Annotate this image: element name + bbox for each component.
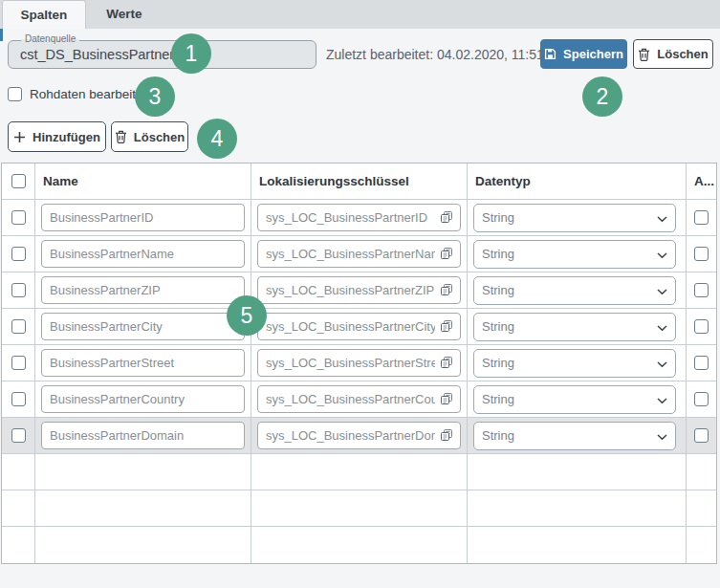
localization-key-input[interactable] bbox=[257, 240, 461, 268]
datatype-cell: String bbox=[468, 418, 687, 454]
annotation-badge-1: 1 bbox=[171, 33, 211, 74]
name-cell bbox=[35, 381, 251, 418]
toolbar-delete-label: Löschen bbox=[134, 130, 185, 144]
attribute-cell bbox=[687, 345, 716, 381]
attribute-checkbox[interactable] bbox=[694, 319, 709, 334]
localization-key-input[interactable] bbox=[257, 204, 461, 231]
tab-spalten-label: Spalten bbox=[21, 8, 68, 22]
translate-pages-icon[interactable] bbox=[441, 246, 452, 263]
tab-werte-label: Werte bbox=[106, 7, 142, 21]
active-tab-accent bbox=[0, 29, 3, 41]
header-name: Name bbox=[35, 163, 251, 200]
empty-cell bbox=[2, 490, 35, 527]
attribute-checkbox[interactable] bbox=[694, 428, 709, 443]
row-checkbox[interactable] bbox=[11, 247, 26, 261]
translate-pages-icon[interactable] bbox=[441, 391, 452, 408]
datasource-field: Datenquelle cst_DS_BusinessPartner bbox=[8, 40, 316, 69]
column-name-input[interactable] bbox=[41, 349, 245, 377]
localization-key-input[interactable] bbox=[257, 385, 461, 413]
column-name-input[interactable] bbox=[41, 385, 245, 413]
column-name-input[interactable] bbox=[41, 313, 245, 340]
table-row: String bbox=[2, 309, 716, 345]
datatype-cell: String bbox=[468, 272, 687, 309]
empty-table-row bbox=[2, 454, 716, 490]
datatype-cell: String bbox=[468, 236, 687, 272]
attribute-checkbox[interactable] bbox=[694, 392, 709, 406]
empty-cell bbox=[251, 527, 468, 563]
trash-icon bbox=[638, 48, 650, 61]
save-button-label: Speichern bbox=[563, 47, 623, 61]
row-checkbox[interactable] bbox=[11, 210, 26, 225]
column-name-input[interactable] bbox=[41, 422, 245, 449]
empty-cell bbox=[687, 527, 716, 563]
datatype-select[interactable]: String bbox=[473, 276, 676, 305]
translate-pages-icon[interactable] bbox=[441, 427, 452, 445]
translate-pages-icon[interactable] bbox=[441, 282, 452, 299]
add-column-button[interactable]: Hinzufügen bbox=[8, 121, 106, 152]
column-name-input[interactable] bbox=[41, 204, 245, 231]
column-name-input[interactable] bbox=[41, 240, 245, 268]
datatype-select[interactable]: String bbox=[473, 349, 676, 378]
datatype-cell: String bbox=[468, 200, 687, 236]
delete-button-label: Löschen bbox=[657, 47, 708, 61]
localization-key-input[interactable] bbox=[257, 422, 461, 449]
name-cell bbox=[35, 272, 251, 309]
raw-data-option: Rohdaten bearbeiten bbox=[8, 87, 150, 101]
datatype-select[interactable]: String bbox=[473, 313, 676, 341]
floppy-disk-icon bbox=[544, 48, 556, 60]
delete-column-button[interactable]: Löschen bbox=[111, 121, 188, 152]
column-name-input[interactable] bbox=[41, 276, 245, 304]
row-checkbox[interactable] bbox=[11, 428, 26, 443]
datatype-cell: String bbox=[468, 381, 687, 418]
empty-cell bbox=[35, 490, 251, 527]
row-checkbox[interactable] bbox=[11, 356, 26, 370]
attribute-checkbox[interactable] bbox=[694, 210, 709, 225]
attribute-cell bbox=[687, 236, 716, 272]
datatype-select[interactable]: String bbox=[473, 422, 676, 450]
name-cell bbox=[35, 309, 251, 345]
datatype-select[interactable]: String bbox=[473, 204, 676, 232]
attribute-checkbox[interactable] bbox=[694, 283, 709, 297]
tab-spalten[interactable]: Spalten bbox=[2, 0, 86, 29]
row-checkbox[interactable] bbox=[11, 392, 26, 406]
raw-data-label: Rohdaten bearbeiten bbox=[30, 87, 150, 101]
localization-key-input[interactable] bbox=[257, 349, 461, 377]
attribute-cell bbox=[687, 381, 716, 418]
attribute-checkbox[interactable] bbox=[694, 356, 709, 370]
header-localization-key: Lokalisierungsschlüssel bbox=[251, 163, 468, 200]
row-select-cell bbox=[2, 418, 35, 454]
attribute-cell bbox=[687, 418, 716, 454]
name-cell bbox=[35, 200, 251, 236]
datatype-select[interactable]: String bbox=[473, 240, 676, 269]
delete-datasource-button[interactable]: Löschen bbox=[633, 39, 713, 69]
annotation-badge-2: 2 bbox=[582, 76, 622, 117]
localization-key-input[interactable] bbox=[257, 276, 461, 304]
row-select-cell bbox=[2, 272, 35, 309]
localization-key-input[interactable] bbox=[257, 313, 461, 340]
trash-icon bbox=[115, 130, 127, 143]
translate-pages-icon[interactable] bbox=[441, 209, 452, 227]
row-select-cell bbox=[2, 236, 35, 272]
empty-table-row bbox=[2, 527, 716, 563]
save-button[interactable]: Speichern bbox=[540, 39, 627, 69]
tab-werte[interactable]: Werte bbox=[86, 0, 163, 29]
translate-pages-icon[interactable] bbox=[441, 318, 452, 336]
empty-cell bbox=[687, 490, 716, 527]
select-all-checkbox[interactable] bbox=[11, 174, 26, 188]
name-cell bbox=[35, 418, 251, 454]
table-body: String String bbox=[2, 200, 716, 563]
datasource-field-value[interactable]: cst_DS_BusinessPartner bbox=[9, 41, 316, 68]
raw-data-checkbox[interactable] bbox=[8, 87, 22, 101]
tab-bar: Spalten Werte bbox=[0, 0, 720, 29]
row-select-cell bbox=[2, 345, 35, 381]
datatype-select[interactable]: String bbox=[473, 385, 676, 414]
translate-pages-icon[interactable] bbox=[441, 355, 452, 372]
row-checkbox[interactable] bbox=[11, 319, 26, 334]
attribute-checkbox[interactable] bbox=[694, 247, 709, 261]
localization-key-cell bbox=[251, 381, 468, 418]
localization-key-cell bbox=[251, 418, 468, 454]
row-checkbox[interactable] bbox=[11, 283, 26, 297]
localization-key-cell bbox=[251, 345, 468, 381]
columns-table: Name Lokalisierungsschlüssel Datentyp A.… bbox=[1, 163, 717, 564]
name-cell bbox=[35, 345, 251, 381]
